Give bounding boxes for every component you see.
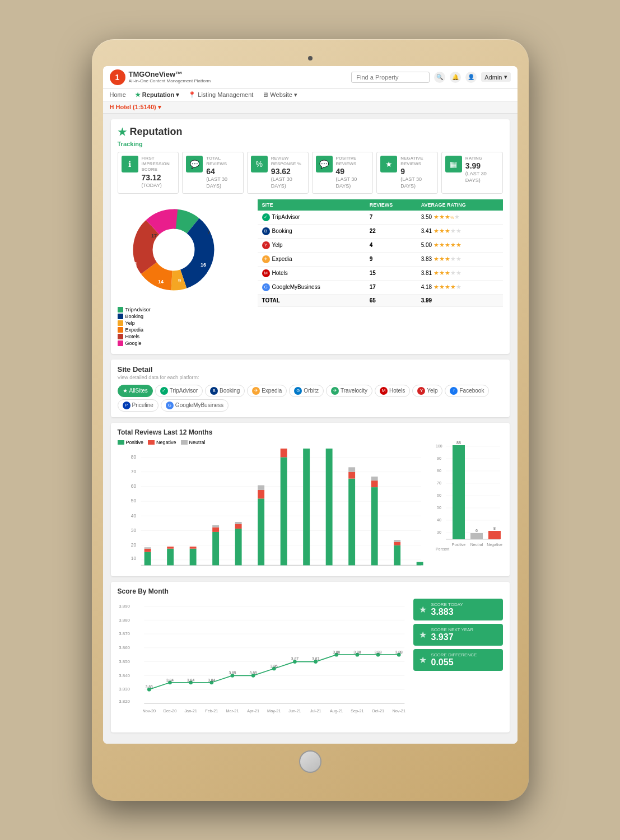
svg-text:7: 7 [207,230,210,235]
site-detail-title: Site Detail [118,365,503,374]
main-content: ★ Reputation Tracking ℹ FIRST IMPRESSION… [103,114,518,744]
chevron-down-icon-2: ▾ [294,91,297,99]
svg-text:88: 88 [456,441,461,445]
tab-facebook[interactable]: f Facebook [445,385,489,397]
col-site: SITE [258,199,365,211]
tab-orbitz[interactable]: ⊙ Orbitz [289,385,324,397]
svg-text:40: 40 [130,512,136,518]
svg-text:Nov-21: Nov-21 [409,568,423,568]
legend-ta: TripAdvisor [118,307,252,312]
score-card-nextyear: ★ SCORE NEXT YEAR 3.937 [413,624,503,646]
svg-text:Oct-21: Oct-21 [372,708,384,713]
tab-expedia[interactable]: ✈ Expedia [247,385,287,397]
bar [325,449,332,565]
svg-text:Feb-21: Feb-21 [205,708,218,713]
chart-table-row: 17 7 16 14 9 1 TripAdvisor [118,199,503,347]
svg-text:Jul-21: Jul-21 [320,568,332,568]
svg-text:Jun-21: Jun-21 [296,568,310,568]
svg-text:Dec-20: Dec-20 [160,568,174,568]
chevron-down-icon: ▾ [504,73,507,81]
pin-icon: 📍 [188,91,196,99]
admin-button[interactable]: Admin ▾ [481,72,510,82]
legend-bk: Booking [118,314,252,319]
table-row: ✓ TripAdvisor 7 3.50 ★★★½★ [258,211,503,225]
site-detail-section: Site Detail View detailed data for each … [111,360,510,417]
svg-text:3.890: 3.890 [119,604,130,609]
svg-text:60: 60 [437,493,441,497]
bar [416,562,423,565]
search-input[interactable] [351,72,430,83]
bar [371,487,377,565]
admin-label: Admin [484,74,502,81]
nav-reputation[interactable]: ★ Reputation ▾ [135,91,179,99]
tab-travelocity[interactable]: ✈ Travelocity [326,385,372,397]
nav-listing[interactable]: 📍 Listing Management [188,91,253,99]
svg-text:3.85: 3.85 [249,671,257,675]
svg-text:3.830: 3.830 [119,687,130,692]
bar [258,490,264,498]
col-rating: AVERAGE RATING [417,199,503,211]
svg-text:20: 20 [130,542,136,548]
svg-text:Nov-20: Nov-20 [137,568,151,568]
score-diff-value: 0.055 [431,657,477,668]
svg-text:3.86: 3.86 [270,664,277,668]
svg-text:30: 30 [437,530,441,534]
svg-text:Jan-21: Jan-21 [184,708,197,713]
svg-text:3.87: 3.87 [312,657,319,661]
svg-text:30: 30 [130,528,136,533]
site-icon-ht: M [262,269,270,277]
svg-text:Percent: Percent [436,547,449,551]
kpi-info-2: REVIEW RESPONSE % 93.62 (LAST 30 DAYS) [271,156,305,190]
home-button[interactable] [299,750,321,773]
svg-text:3.880: 3.880 [119,618,130,623]
nav-home[interactable]: Home [110,91,126,98]
kpi-card-4: ★ NEGATIVE REVIEWS 9 (LAST 30 DAYS) [376,152,438,194]
bell-icon[interactable]: 🔔 [450,72,461,83]
bar [167,547,174,549]
tab-booking[interactable]: B Booking [205,385,245,397]
svg-text:3.85: 3.85 [229,671,236,675]
svg-text:Sep-21: Sep-21 [364,568,378,568]
tablet-screen: 1 TMGOneView™ All-in-One Content Managem… [103,66,518,744]
score-card-today: ★ SCORE TODAY 3.883 [413,599,503,620]
score-content: 3.890 3.880 3.870 3.860 3.850 3.840 3.83… [118,599,503,727]
travelocity-tab-icon: ✈ [331,387,339,395]
svg-text:Nov-21: Nov-21 [392,708,405,713]
search-icon[interactable]: 🔍 [434,72,445,83]
bar [303,449,310,565]
kpi-card-2: % REVIEW RESPONSE % 93.62 (LAST 30 DAYS) [247,152,309,194]
legend-negative: Negative [148,440,176,445]
svg-text:1: 1 [134,261,137,267]
bar [189,548,196,565]
tab-tripadvisor[interactable]: ✓ TripAdvisor [155,385,203,397]
svg-text:Jun-21: Jun-21 [288,708,301,713]
chart-legend: Positive Negative Neutral [118,440,425,445]
svg-text:90: 90 [437,456,441,460]
tab-allsites[interactable]: ★ AllSites [118,385,153,397]
tab-yelp[interactable]: Y Yelp [412,385,442,397]
site-detail-sub: View detailed data for each platform: [118,375,503,380]
nav-website[interactable]: 🖥 Website ▾ [262,91,297,99]
kpi-card-1: 💬 TOTAL REVIEWS 64 (LAST 30 DAYS) [182,152,244,194]
kpi-icon-5: ▦ [445,156,462,172]
svg-text:3.850: 3.850 [119,659,130,664]
svg-text:3.84: 3.84 [187,678,194,682]
bar [235,522,241,524]
svg-text:3.88: 3.88 [353,650,361,654]
svg-text:17: 17 [151,233,157,239]
score-chart-title: Score By Month [118,587,503,595]
avatar[interactable]: 👤 [465,72,477,83]
score-star-icon-1: ★ [419,604,427,615]
listing-label: Listing Management [198,91,253,98]
svg-text:3.88: 3.88 [395,650,402,654]
tab-googlemybusiness[interactable]: G GoogleMyBusiness [161,399,229,412]
tab-hotels[interactable]: M Hotels [375,385,410,397]
bar [394,545,400,565]
score-cards: ★ SCORE TODAY 3.883 ★ SCORE NEXT YEAR 3.… [413,599,503,727]
kpi-info-4: NEGATIVE REVIEWS 9 (LAST 30 DAYS) [400,156,434,190]
svg-text:9: 9 [178,278,181,283]
svg-text:3.840: 3.840 [119,673,130,678]
site-icon-bk: B [262,227,270,235]
tracking-label: Tracking [118,141,503,147]
tab-priceline[interactable]: P Priceline [118,399,159,412]
